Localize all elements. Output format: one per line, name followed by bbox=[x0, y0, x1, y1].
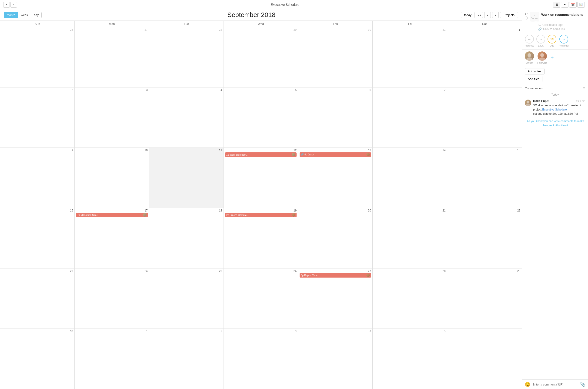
cell-oct5[interactable]: 5 bbox=[373, 329, 447, 389]
cell-oct6[interactable]: 6 bbox=[447, 329, 522, 389]
executive-schedule-link[interactable]: Executive Schedule bbox=[542, 108, 567, 111]
event-report-time[interactable]: 3p Report Time bbox=[300, 273, 371, 278]
day-header-mon: Mon bbox=[75, 21, 149, 27]
progress-circle[interactable]: ··· bbox=[525, 35, 534, 43]
event-4p-jason[interactable]: 🔗 4p Jason bbox=[300, 152, 371, 157]
emoji-icon[interactable]: 😊 bbox=[525, 382, 530, 387]
cell-sep10[interactable]: 10 bbox=[75, 148, 149, 208]
undo-button[interactable]: ↩ bbox=[525, 12, 528, 16]
week-1: 26 27 28 29 30 31 1 bbox=[0, 27, 522, 88]
effort-circle[interactable]: ··· bbox=[536, 35, 545, 43]
cell-sep19[interactable]: 19 2p Preces Confere... bbox=[224, 208, 298, 268]
cal-next-button[interactable]: › bbox=[492, 12, 499, 18]
cell-sep8[interactable]: 8 bbox=[447, 88, 522, 148]
cell-sep24[interactable]: 24 bbox=[75, 268, 149, 328]
cal-header: month week day September 2018 today 🖨 ‹ … bbox=[0, 9, 522, 21]
add-icon-button[interactable]: + Add Icon bbox=[530, 12, 539, 21]
print-button[interactable]: 🖨 bbox=[476, 12, 483, 18]
cell-sep28[interactable]: 28 bbox=[373, 268, 447, 328]
follower-avatar[interactable] bbox=[537, 51, 547, 61]
view-calendar-icon[interactable]: 📅 bbox=[569, 2, 577, 8]
conversation-section: Conversation ≡ Today Bella Fojut 4: bbox=[522, 84, 588, 380]
projects-button[interactable]: Projects bbox=[500, 12, 518, 18]
cell-oct2[interactable]: 2 bbox=[149, 329, 224, 389]
message-body: Bella Fojut 4:20 pm "Work on recommendat… bbox=[533, 99, 585, 116]
cell-sep9[interactable]: 9 bbox=[0, 148, 75, 208]
owner-section: Owner bbox=[525, 51, 534, 64]
cell-sep13[interactable]: 13 🔗 4p Jason bbox=[298, 148, 373, 208]
cal-prev-button[interactable]: ‹ bbox=[484, 12, 491, 18]
cell-sep21[interactable]: 21 bbox=[373, 208, 447, 268]
right-panel: ↩ ⓘ + Add Icon Work on recommendations 🏷… bbox=[522, 9, 588, 389]
cell-sep5[interactable]: 5 bbox=[224, 88, 298, 148]
action-buttons: Add notes Add files bbox=[522, 66, 588, 84]
cell-sep17[interactable]: 17 7a Marketing Strar... bbox=[75, 208, 149, 268]
cell-sep4[interactable]: 4 bbox=[149, 88, 224, 148]
tab-month[interactable]: month bbox=[4, 12, 18, 18]
reminder-circle[interactable]: ··· bbox=[559, 35, 568, 43]
cell-sep22[interactable]: 22 bbox=[447, 208, 522, 268]
cell-sep1[interactable]: 1 bbox=[447, 27, 522, 87]
effort-label: Effort bbox=[538, 44, 544, 47]
cell-sep16[interactable]: 16 bbox=[0, 208, 75, 268]
today-button[interactable]: today bbox=[461, 12, 474, 18]
nav-prev-button[interactable]: ‹ bbox=[3, 2, 10, 8]
cell-sep27[interactable]: 27 3p Report Time bbox=[298, 268, 373, 328]
tag-icon: 🏷 bbox=[538, 23, 541, 27]
conversation-menu-icon[interactable]: ≡ bbox=[583, 86, 585, 90]
today-label: Today bbox=[551, 93, 559, 96]
cell-aug26[interactable]: 26 bbox=[0, 27, 75, 87]
cell-sep30[interactable]: 30 bbox=[0, 329, 75, 389]
owner-avatar[interactable] bbox=[525, 51, 534, 61]
attr-reminder: ··· Reminder bbox=[559, 35, 569, 47]
cell-sep26[interactable]: 26 bbox=[224, 268, 298, 328]
cell-sep2[interactable]: 2 bbox=[0, 88, 75, 148]
cell-aug29[interactable]: 29 bbox=[224, 27, 298, 87]
due-circle[interactable]: 1d bbox=[548, 35, 556, 43]
cell-aug27[interactable]: 27 bbox=[75, 27, 149, 87]
cell-sep14[interactable]: 14 bbox=[373, 148, 447, 208]
tab-day[interactable]: day bbox=[31, 12, 42, 18]
info-button[interactable]: ⓘ bbox=[525, 17, 528, 20]
view-tabs: month week day bbox=[4, 12, 42, 18]
cell-oct4[interactable]: 4 bbox=[298, 329, 373, 389]
cell-sep11[interactable]: 11 bbox=[149, 148, 224, 208]
event-work-on-recom[interactable]: 1p Work on recom... bbox=[225, 152, 297, 157]
event-preces-confere[interactable]: 2p Preces Confere... bbox=[225, 213, 297, 217]
cell-sep20[interactable]: 20 bbox=[298, 208, 373, 268]
cell-sep3[interactable]: 3 bbox=[75, 88, 149, 148]
tags-row[interactable]: 🏷 Click to add tags bbox=[538, 23, 585, 27]
cell-aug31[interactable]: 31 bbox=[373, 27, 447, 87]
cell-sep29[interactable]: 29 bbox=[447, 268, 522, 328]
comment-bar: 😊 📎 bbox=[522, 380, 588, 389]
today-divider: Today bbox=[525, 93, 585, 96]
cell-aug28[interactable]: 28 bbox=[149, 27, 224, 87]
link-row[interactable]: 🔗 Click to add a link bbox=[538, 28, 585, 31]
cell-sep25[interactable]: 25 bbox=[149, 268, 224, 328]
cell-oct1[interactable]: 1 bbox=[75, 329, 149, 389]
view-icons: ⊞ ≡ 📅 📊 bbox=[553, 2, 585, 8]
add-person-button[interactable]: + bbox=[551, 55, 554, 61]
tab-week[interactable]: week bbox=[18, 12, 31, 18]
cell-sep18[interactable]: 18 bbox=[149, 208, 224, 268]
add-notes-button[interactable]: Add notes bbox=[525, 68, 545, 74]
cell-sep23[interactable]: 23 bbox=[0, 268, 75, 328]
view-chart-icon[interactable]: 📊 bbox=[577, 2, 585, 8]
cell-aug30[interactable]: 30 bbox=[298, 27, 373, 87]
nav-next-button[interactable]: › bbox=[10, 2, 17, 8]
add-files-button[interactable]: Add files bbox=[525, 76, 542, 82]
cell-sep7[interactable]: 7 bbox=[373, 88, 447, 148]
message-avatar bbox=[525, 99, 531, 106]
view-list-icon[interactable]: ≡ bbox=[561, 2, 568, 8]
comment-input[interactable] bbox=[532, 383, 578, 386]
cell-oct3[interactable]: 3 bbox=[224, 329, 298, 389]
cal-weeks: 26 27 28 29 30 31 1 2 3 4 5 6 bbox=[0, 27, 522, 389]
cell-sep15[interactable]: 15 bbox=[447, 148, 522, 208]
cell-sep6[interactable]: 6 bbox=[298, 88, 373, 148]
cell-sep12[interactable]: 12 1p Work on recom... bbox=[224, 148, 298, 208]
cal-controls: today 🖨 ‹ › Projects bbox=[461, 12, 518, 18]
followers-section: Followers bbox=[537, 51, 547, 64]
attachment-icon[interactable]: 📎 bbox=[580, 382, 585, 387]
view-grid-icon[interactable]: ⊞ bbox=[553, 2, 560, 8]
event-marketing-strar[interactable]: 7a Marketing Strar... bbox=[76, 213, 148, 217]
